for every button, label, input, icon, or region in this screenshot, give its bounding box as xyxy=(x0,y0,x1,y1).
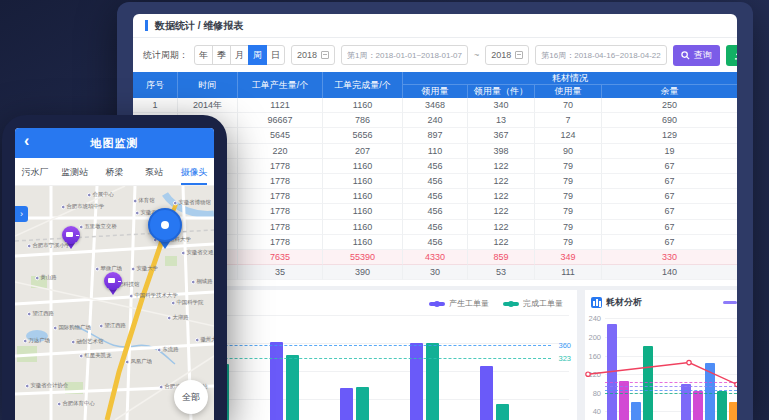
chart-bar-created xyxy=(270,342,283,420)
poi-icon xyxy=(23,339,28,344)
panel-expand-button[interactable]: › xyxy=(15,206,28,222)
breadcrumb-accent xyxy=(145,20,148,31)
cell-value: 7 xyxy=(535,113,602,128)
export-excel-button[interactable]: 导出Excel xyxy=(726,45,737,66)
query-button-label: 查询 xyxy=(694,49,712,62)
chart-bar xyxy=(643,346,653,420)
phone-screen: ‹ 地图监测 污水厂监测站桥梁泵站摄像头 xyxy=(15,128,214,420)
end-year-select[interactable]: 2018 xyxy=(485,45,529,65)
cell-value: 110 xyxy=(403,144,468,159)
col-sub-0: 领用量 xyxy=(403,85,468,98)
cell-value: 67 xyxy=(602,159,737,174)
pin-tail xyxy=(159,240,171,255)
cell-value: 1160 xyxy=(323,220,403,235)
poi-icon xyxy=(167,316,172,321)
map-label: 徽州大道 xyxy=(195,336,214,344)
poi-icon xyxy=(131,267,136,272)
map-label: 安徽省博物馆 xyxy=(173,199,211,207)
map-label: 望江西路 xyxy=(27,310,54,318)
cell-value: 456 xyxy=(403,174,468,189)
bar-chart-icon xyxy=(591,297,602,308)
map-label: 凤凰广场 xyxy=(125,358,152,366)
cell-value: 1778 xyxy=(238,159,323,174)
map-label: 安徽省会计协会 xyxy=(25,382,68,390)
poi-icon xyxy=(87,193,92,198)
cell-value: 90 xyxy=(535,144,602,159)
start-range-input[interactable]: 第1周：2018-01-01~2018-01-07 xyxy=(341,45,468,65)
chart-gridline xyxy=(605,318,737,319)
map-label: 东流路 xyxy=(157,346,179,354)
camera-pin-marker[interactable] xyxy=(62,226,80,249)
cell-value: 1160 xyxy=(323,204,403,219)
table-header: 序号 时间 工单产生量/个 工单完成量/个 耗材情况 领用量 领用量（件） 使用… xyxy=(133,72,737,98)
poi-icon xyxy=(71,340,76,345)
cell-value: 1160 xyxy=(323,174,403,189)
phone-tab-摄像头[interactable]: 摄像头 xyxy=(174,158,214,185)
cell-value: 1778 xyxy=(238,189,323,204)
camera-icon xyxy=(148,208,182,242)
end-range-input[interactable]: 第16周：2018-04-16~2018-04-22 xyxy=(535,45,666,65)
cell-value: 129 xyxy=(602,128,737,143)
cell-value: 786 xyxy=(323,113,403,128)
phone-tab-泵站[interactable]: 泵站 xyxy=(134,158,174,185)
period-option-周[interactable]: 周 xyxy=(248,45,267,65)
phone-tab-污水厂[interactable]: 污水厂 xyxy=(15,158,55,185)
cell-value: 456 xyxy=(403,235,468,250)
cell-value: 340 xyxy=(468,98,535,113)
camera-icon xyxy=(62,226,80,244)
cell-value: 456 xyxy=(403,159,468,174)
cell-value: 1778 xyxy=(238,174,323,189)
legend-item[interactable]: 完成工单量 xyxy=(503,298,563,309)
period-option-季[interactable]: 季 xyxy=(212,45,231,65)
cell-value: 367 xyxy=(468,128,535,143)
map-label: 合肥体育中心 xyxy=(57,400,95,408)
col-header-seq: 序号 xyxy=(133,72,178,98)
cell-value: 79 xyxy=(535,189,602,204)
camera-pin-marker[interactable] xyxy=(104,272,122,295)
selected-camera-marker[interactable] xyxy=(148,208,182,250)
start-year-value: 2018 xyxy=(297,50,317,60)
download-icon xyxy=(734,51,737,60)
total-value: 859 xyxy=(468,250,535,265)
truncated-legend-mark xyxy=(723,301,737,304)
all-filter-button[interactable]: 全部 xyxy=(174,380,208,414)
y-axis-tick: 240 xyxy=(585,314,601,323)
period-option-月[interactable]: 月 xyxy=(230,45,249,65)
cell-value: 79 xyxy=(535,204,602,219)
cell-value: 1778 xyxy=(238,235,323,250)
legend-item[interactable]: 产生工单量 xyxy=(429,298,489,309)
consumable-chart: 耗材分析 2402001601208040 xyxy=(585,290,737,420)
period-segmented-control: 年季月周日 xyxy=(194,45,285,65)
cell-value: 207 xyxy=(323,144,403,159)
back-icon[interactable]: ‹ xyxy=(24,132,29,150)
legend-label: 产生工单量 xyxy=(449,298,489,309)
pin-tail xyxy=(67,243,75,253)
chart-bar xyxy=(705,363,715,420)
y-axis-tick: 80 xyxy=(585,389,601,398)
breadcrumb: 数据统计 / 维修报表 xyxy=(155,19,243,33)
period-option-年[interactable]: 年 xyxy=(194,45,213,65)
start-year-select[interactable]: 2018 xyxy=(291,45,335,65)
poi-icon xyxy=(181,251,186,256)
chart-bar-created xyxy=(480,366,493,420)
consumable-chart-title: 耗材分析 xyxy=(591,296,642,309)
cell-seq: 1 xyxy=(133,98,178,113)
cell-value: 240 xyxy=(403,113,468,128)
map-label: 望江西路 xyxy=(99,322,126,330)
cell-value: 1778 xyxy=(238,204,323,219)
map-view[interactable]: 会展中心合肥市琥珀中学体育馆安徽农业大学安徽省博物馆五里墩立交桥安徽医科大学合肥… xyxy=(15,186,214,420)
map-label: 中国科学院 xyxy=(171,299,203,307)
phone-tab-桥梁[interactable]: 桥梁 xyxy=(95,158,135,185)
chart-bar-completed xyxy=(426,343,439,420)
chart-bar xyxy=(693,391,703,420)
cell-value: 122 xyxy=(468,220,535,235)
avg-value: 111 xyxy=(535,265,602,280)
cell-value: 3468 xyxy=(403,98,468,113)
chart-bar-completed xyxy=(496,404,509,420)
cell-value: 398 xyxy=(468,144,535,159)
cell-value: 79 xyxy=(535,174,602,189)
query-button[interactable]: 查询 xyxy=(673,45,720,66)
phone-tab-监测站[interactable]: 监测站 xyxy=(55,158,95,185)
poi-icon xyxy=(57,402,62,407)
period-option-日[interactable]: 日 xyxy=(266,45,285,65)
